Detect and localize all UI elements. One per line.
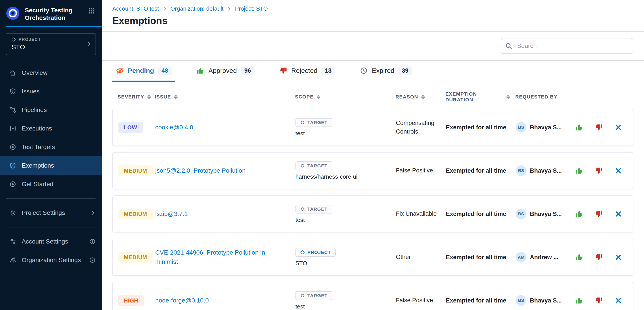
- clock-icon: [360, 67, 368, 75]
- actions-cell: [574, 123, 628, 132]
- duration-cell: Exempted for all time: [446, 124, 516, 131]
- column-header-issue[interactable]: ISSUE: [155, 91, 295, 103]
- project-icon: [12, 37, 16, 42]
- tab-rejected[interactable]: Rejected 13: [276, 61, 338, 82]
- project-selector[interactable]: PROJECT STO: [6, 33, 96, 55]
- column-header-requested-by: REQUESTED BY: [515, 91, 574, 103]
- sidebar-item-get-started[interactable]: Get Started: [0, 175, 102, 193]
- cancel-button[interactable]: [614, 123, 623, 132]
- sort-icon[interactable]: [147, 95, 151, 99]
- breadcrumb-project-link[interactable]: Project: STO: [235, 5, 268, 12]
- approve-button[interactable]: [574, 123, 584, 132]
- duration-cell: Exempted for all time: [446, 167, 516, 174]
- issue-link[interactable]: cookie@0.4.0: [155, 123, 288, 132]
- tab-approved[interactable]: Approved 96: [193, 61, 258, 82]
- reason-cell: Fix Unavailable: [396, 210, 446, 218]
- sidebar-divider: [6, 198, 96, 199]
- sidebar-item-overview[interactable]: Overview: [0, 64, 102, 82]
- executions-icon: [9, 125, 16, 132]
- tab-count-badge: 96: [241, 66, 254, 75]
- table-row[interactable]: MEDIUM CVE-2021-44906: Prototype Polluti…: [112, 239, 634, 276]
- column-header-reason[interactable]: REASON: [396, 91, 446, 103]
- sidebar-header: Security Testing Orchestration: [0, 0, 102, 26]
- reason-cell: Compensating Controls: [396, 119, 446, 136]
- approve-button[interactable]: [574, 166, 584, 175]
- approve-button[interactable]: [574, 252, 584, 262]
- column-header-severity[interactable]: SEVERITY: [118, 91, 155, 103]
- sidebar-item-executions[interactable]: Executions: [0, 119, 102, 138]
- sidebar-item-pipelines[interactable]: Pipelines: [0, 101, 102, 119]
- table-row[interactable]: MEDIUM json5@2.2.0: Prototype Pollution …: [112, 152, 634, 189]
- table-row[interactable]: LOW cookie@0.4.0 TARGET test Compensatin…: [112, 109, 634, 146]
- breadcrumb-organization-link[interactable]: Organization: default: [170, 5, 224, 12]
- issue-link[interactable]: jszip@3.7.1: [155, 209, 288, 219]
- scope-name: harness/harness-core-ui: [296, 173, 358, 180]
- shield-icon: [9, 88, 16, 95]
- breadcrumb-account-link[interactable]: Account: STO test: [112, 5, 159, 12]
- home-icon: [9, 69, 16, 76]
- avatar: BS: [516, 122, 526, 133]
- cancel-button[interactable]: [614, 253, 623, 262]
- reject-button[interactable]: [594, 209, 604, 219]
- sidebar-item-issues[interactable]: Issues: [0, 82, 102, 101]
- scope-cell: TARGET test: [296, 291, 396, 310]
- app-root: Security Testing Orchestration PROJECT S…: [0, 0, 644, 310]
- reject-button[interactable]: [594, 252, 604, 262]
- requested-by-cell: BS Bhavya S...: [516, 122, 574, 133]
- scope-cell: PROJECT STO: [296, 248, 396, 267]
- cancel-button[interactable]: [614, 166, 623, 175]
- scope-type-label: TARGET: [308, 120, 328, 125]
- sort-icon[interactable]: [421, 95, 425, 99]
- sidebar-item-test-targets[interactable]: Test Targets: [0, 138, 102, 156]
- sidebar-item-label: Pipelines: [22, 106, 47, 114]
- severity-cell: MEDIUM: [118, 209, 155, 219]
- issue-link[interactable]: json5@2.2.0: Prototype Pollution: [155, 166, 288, 175]
- table-header: SEVERITY ISSUE SCOPE REASON EXEMPTION DU…: [102, 82, 644, 109]
- sidebar-item-project-settings[interactable]: Project Settings: [0, 204, 102, 222]
- scope-type-label: TARGET: [308, 206, 328, 212]
- approve-button[interactable]: [574, 209, 584, 219]
- target-scope-icon: [300, 164, 305, 168]
- cancel-button[interactable]: [614, 210, 623, 218]
- scope-badge: TARGET: [296, 291, 332, 300]
- sort-icon[interactable]: [317, 95, 320, 99]
- target-scope-icon: [300, 207, 305, 211]
- reject-button[interactable]: [594, 123, 604, 132]
- approve-button[interactable]: [574, 296, 584, 305]
- reject-button[interactable]: [594, 296, 604, 305]
- chevron-right-icon: [227, 7, 231, 11]
- sidebar-item-organization-settings[interactable]: Organization Settings: [0, 251, 102, 269]
- scope-cell: TARGET test: [296, 205, 396, 223]
- search-input[interactable]: [501, 38, 634, 54]
- scope-cell: TARGET harness/harness-core-ui: [296, 161, 396, 180]
- organization-icon: [9, 257, 16, 264]
- sort-icon[interactable]: [506, 95, 510, 99]
- reject-button[interactable]: [594, 166, 604, 175]
- scope-cell: TARGET test: [296, 118, 396, 137]
- sidebar-item-account-settings[interactable]: Account Settings: [0, 232, 102, 251]
- cancel-button[interactable]: [614, 296, 623, 305]
- column-header-exemption-duration[interactable]: EXEMPTION DURATION: [446, 91, 515, 103]
- tab-expired[interactable]: Expired 39: [356, 61, 416, 82]
- chevron-right-icon: [86, 40, 92, 48]
- severity-cell: MEDIUM: [118, 252, 155, 263]
- page-header: Account: STO test Organization: default …: [102, 0, 644, 31]
- tab-pending[interactable]: Pending 48: [112, 61, 175, 82]
- sidebar-divider: [6, 227, 96, 227]
- sidebar: Security Testing Orchestration PROJECT S…: [0, 0, 102, 310]
- chevron-right-icon: [162, 7, 167, 11]
- issue-link[interactable]: CVE-2021-44906: Prototype Pollution in m…: [155, 248, 288, 267]
- main-content: Account: STO test Organization: default …: [102, 0, 644, 310]
- table-row[interactable]: HIGH node-forge@0.10.0 TARGET test False…: [112, 282, 634, 310]
- target-icon: [9, 144, 16, 151]
- reason-cell: False Positive: [396, 296, 446, 305]
- sidebar-item-label: Project Settings: [22, 209, 65, 216]
- column-header-scope[interactable]: SCOPE: [295, 91, 396, 103]
- reason-cell: False Positive: [396, 166, 446, 175]
- reason-cell: Other: [396, 253, 446, 261]
- sort-icon[interactable]: [174, 95, 178, 99]
- sidebar-item-exemptions[interactable]: Exemptions: [0, 156, 102, 175]
- table-row[interactable]: MEDIUM jszip@3.7.1 TARGET test Fix Unava…: [112, 195, 634, 233]
- apps-grid-icon[interactable]: [86, 6, 96, 18]
- issue-link[interactable]: node-forge@0.10.0: [155, 296, 288, 305]
